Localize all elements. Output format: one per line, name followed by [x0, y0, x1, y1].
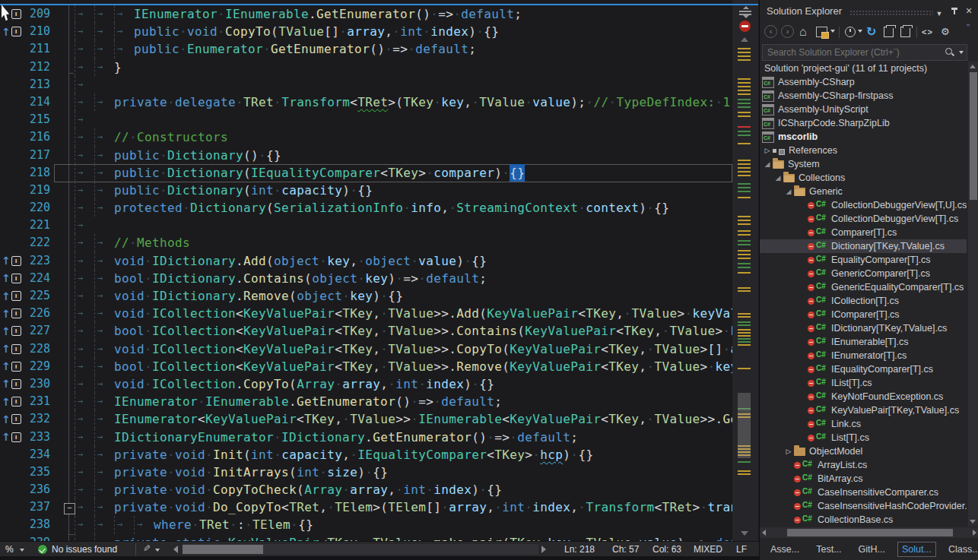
- code-line-216[interactable]: 216→→//·Constructors: [0, 128, 732, 146]
- line-number[interactable]: 227: [0, 322, 50, 340]
- line-number[interactable]: 215: [0, 111, 50, 128]
- code-line-233[interactable]: ↑I233→→IDictionaryEnumerator·IDictionary…: [0, 429, 732, 446]
- code-line-220[interactable]: 220→→protected·Dictionary(SerializationI…: [0, 199, 732, 217]
- properties-wrench-icon[interactable]: ⚙: [941, 25, 950, 39]
- line-number[interactable]: 212: [0, 59, 50, 76]
- tree-item-collectionbase-cs[interactable]: C#CollectionBase.cs: [760, 513, 967, 527]
- tree-item-solution-project-gui-11-of-11-projects-[interactable]: Solution 'project-gui' (11 of 11 project…: [760, 62, 967, 75]
- tree-item-icsharpcode-sharpziplib[interactable]: ICSharpCode.SharpZipLib: [760, 116, 967, 130]
- tree-item-caseinsensitivecomparer-cs[interactable]: C#CaseInsensitiveComparer.cs: [760, 486, 967, 499]
- code-line-232[interactable]: ↑I232→→IEnumerator<KeyValuePair<TKey,·TV…: [0, 410, 732, 428]
- tree-item-assembly-csharp[interactable]: Assembly-CSharp: [760, 75, 967, 89]
- line-number[interactable]: 219: [0, 182, 50, 199]
- switch-views-caret-icon[interactable]: [830, 30, 835, 33]
- tree-scroll-up-icon[interactable]: [970, 65, 976, 68]
- line-number[interactable]: 223: [0, 252, 50, 270]
- code-line-236[interactable]: 236→→private·void·CopyToCheck(Array·arra…: [0, 481, 732, 498]
- hscroll-left-arrow-icon[interactable]: [173, 546, 178, 553]
- pen-caret-icon[interactable]: [155, 549, 160, 552]
- tree-item-references[interactable]: ▷References: [760, 144, 967, 157]
- tree-item-list-t-cs[interactable]: C#List[T].cs: [760, 431, 967, 445]
- line-number[interactable]: 238: [0, 516, 50, 533]
- line-number[interactable]: 228: [0, 340, 50, 358]
- tree-item-generic[interactable]: ◢Generic: [760, 185, 967, 198]
- line-number[interactable]: 236: [0, 481, 50, 498]
- collapsed-arrow-icon[interactable]: ▷: [762, 147, 773, 154]
- toolbar-overflow-icon[interactable]: ’’: [967, 21, 970, 35]
- tree-item-bitarray-cs[interactable]: C#BitArray.cs: [760, 472, 967, 486]
- code-editor[interactable]: ↑I209→→→IEnumerator·IEnumerable.GetEnume…: [0, 0, 732, 541]
- line-number[interactable]: 229: [0, 358, 50, 375]
- collapsed-arrow-icon[interactable]: ▷: [783, 448, 794, 455]
- code-line-237[interactable]: 237→→private·void·Do_CopyTo<TRet,·TElem>…: [0, 498, 732, 516]
- line-number[interactable]: 230: [0, 375, 50, 393]
- code-line-217[interactable]: 217→→public·Dictionary()·{}: [0, 147, 732, 164]
- line-number[interactable]: 239: [0, 534, 50, 541]
- line-number[interactable]: 210: [0, 23, 50, 40]
- line-number[interactable]: 213: [0, 76, 50, 93]
- search-input[interactable]: [766, 46, 936, 59]
- code-line-212[interactable]: 212→→}: [0, 59, 732, 76]
- line-number[interactable]: 214: [0, 93, 50, 111]
- tree-vscroll-thumb[interactable]: [970, 72, 977, 200]
- scroll-up-arrow-icon[interactable]: [741, 37, 748, 42]
- tree-scroll-right-icon[interactable]: [973, 530, 976, 536]
- view-code-icon[interactable]: <>: [922, 25, 933, 39]
- pin-icon[interactable]: [951, 8, 958, 15]
- issues-status-message[interactable]: No issues found: [52, 544, 117, 555]
- line-number[interactable]: 224: [0, 270, 50, 287]
- preview-selected-items-icon[interactable]: [900, 27, 910, 37]
- tree-item-link-cs[interactable]: C#Link.cs: [760, 417, 967, 431]
- tree-item-system[interactable]: ◢System: [760, 157, 967, 171]
- tree-item-mscorlib[interactable]: mscorlib: [760, 130, 967, 144]
- tool-window-tab-gith[interactable]: GitH...: [854, 542, 890, 557]
- editor-horizontal-scrollbar[interactable]: [183, 544, 538, 555]
- search-magnifier-icon[interactable]: [945, 47, 954, 57]
- tree-item-iequalitycomparer-t-cs[interactable]: C#IEqualityComparer[T].cs: [760, 362, 967, 376]
- line-number[interactable]: 221: [0, 217, 50, 234]
- line-number[interactable]: 234: [0, 446, 50, 464]
- collapse-all-icon[interactable]: [884, 27, 894, 37]
- tree-scroll-down-icon[interactable]: [970, 520, 976, 524]
- search-caret-icon[interactable]: [959, 51, 964, 54]
- tree-item-arraylist-cs[interactable]: C#ArrayList.cs: [760, 458, 967, 472]
- line-number[interactable]: 232: [0, 410, 50, 428]
- code-line-222[interactable]: 222→→//·Methods: [0, 234, 732, 252]
- line-number[interactable]: 211: [0, 40, 50, 58]
- hscroll-thumb[interactable]: [183, 545, 263, 554]
- tree-horizontal-scrollbar[interactable]: [760, 527, 978, 538]
- tree-item-keyvaluepair-tkey-tvalue-cs[interactable]: C#KeyValuePair[TKey,TValue].cs: [760, 403, 967, 417]
- tree-item-objectmodel[interactable]: ▷ObjectModel: [760, 445, 967, 458]
- code-line-219[interactable]: 219→→public·Dictionary(int·capacity)·{}: [0, 182, 732, 199]
- tree-item-comparer-t-cs[interactable]: C#Comparer[T].cs: [760, 226, 967, 239]
- forward-button-icon[interactable]: ›: [781, 25, 794, 38]
- home-icon[interactable]: ⌂: [799, 25, 807, 39]
- code-line-238[interactable]: 238→→→→where·TRet·:·TElem·{}: [0, 516, 732, 533]
- close-icon[interactable]: ×: [963, 5, 975, 17]
- code-line-214[interactable]: 214→→private·delegate·TRet·Transform<TRe…: [0, 93, 732, 111]
- tree-item-collectiondebuggerview-t-cs[interactable]: C#CollectionDebuggerView[T].cs: [760, 212, 967, 226]
- tree-item-icollection-t-cs[interactable]: C#ICollection[T].cs: [760, 294, 967, 308]
- fold-collapse-button[interactable]: −: [64, 503, 75, 514]
- tree-item-dictionary-tkey-tvalue-cs[interactable]: C#Dictionary[TKey,TValue].cs: [760, 239, 967, 253]
- line-number[interactable]: 237: [0, 498, 50, 516]
- tree-item-ilist-t-cs[interactable]: C#IList[T].cs: [760, 376, 967, 390]
- tree-item-collections[interactable]: ◢Collections: [760, 171, 967, 185]
- code-lines[interactable]: ↑I209→→→IEnumerator·IEnumerable.GetEnume…: [0, 5, 732, 541]
- code-line-227[interactable]: ↑I227→→bool·ICollection<KeyValuePair<TKe…: [0, 322, 732, 340]
- scroll-down-arrow-icon[interactable]: [741, 531, 748, 536]
- tree-item-ienumerable-t-cs[interactable]: C#IEnumerable[T].cs: [760, 335, 967, 349]
- line-number[interactable]: 233: [0, 429, 50, 446]
- line-number[interactable]: 217: [0, 147, 50, 164]
- line-number[interactable]: 226: [0, 305, 50, 322]
- window-position-caret-icon[interactable]: ▼: [933, 8, 945, 20]
- refresh-icon[interactable]: ↻: [866, 25, 876, 39]
- expanded-arrow-icon[interactable]: ◢: [762, 160, 773, 168]
- tree-item-genericcomparer-t-cs[interactable]: C#GenericComparer[T].cs: [760, 267, 967, 280]
- line-number[interactable]: 235: [0, 464, 50, 481]
- code-line-223[interactable]: ↑I223→→void·IDictionary.Add(object·key,·…: [0, 252, 732, 270]
- filter-caret-icon[interactable]: [858, 30, 862, 33]
- tool-window-tab-asse[interactable]: Asse...: [766, 542, 804, 557]
- tree-vertical-scrollbar[interactable]: [968, 62, 978, 527]
- code-line-210[interactable]: ↑I210→→→public·void·CopyTo(TValue[]·arra…: [0, 23, 732, 40]
